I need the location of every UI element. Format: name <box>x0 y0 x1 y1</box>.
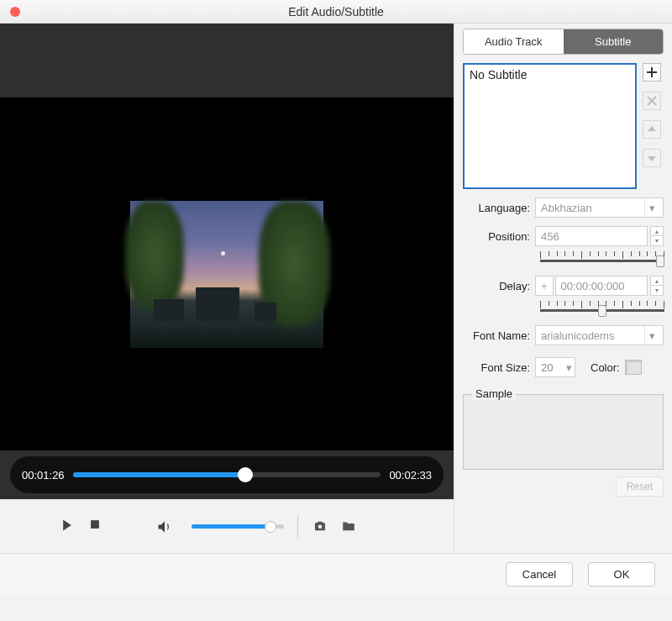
time-current: 00:01:26 <box>22 469 65 482</box>
video-frame <box>130 201 323 348</box>
svg-marker-3 <box>648 126 656 131</box>
sample-preview: Sample <box>463 394 664 470</box>
cancel-button[interactable]: Cancel <box>506 562 573 587</box>
play-icon[interactable] <box>60 518 77 535</box>
reset-button[interactable]: Reset <box>616 476 664 497</box>
subtitle-list[interactable]: No Subtitle <box>463 63 637 189</box>
open-folder-icon[interactable] <box>340 518 357 535</box>
svg-marker-4 <box>648 156 656 161</box>
delay-sign[interactable]: + <box>535 276 554 296</box>
position-stepper[interactable]: ▲▼ <box>650 226 664 246</box>
position-label: Position: <box>463 230 535 243</box>
subtitle-list-item[interactable]: No Subtitle <box>470 68 630 82</box>
language-select[interactable]: Abkhazian ▾ <box>535 197 664 218</box>
font-name-select[interactable]: arialunicodems ▾ <box>535 325 664 345</box>
language-label: Language: <box>463 202 535 214</box>
stop-icon[interactable] <box>89 518 106 535</box>
volume-slider[interactable] <box>192 524 284 529</box>
tab-bar: Audio Track Subtitle <box>463 29 664 55</box>
window-title-bar: Edit Audio/Subtitle <box>0 0 672 24</box>
chevron-down-icon: ▾ <box>644 326 659 345</box>
tab-audio-track[interactable]: Audio Track <box>464 29 564 54</box>
tab-subtitle[interactable]: Subtitle <box>564 29 664 54</box>
ok-button[interactable]: OK <box>588 562 655 587</box>
volume-icon[interactable] <box>156 518 173 535</box>
playback-scrubber[interactable]: 00:01:26 00:02:33 <box>10 456 444 493</box>
scrubber-thumb[interactable] <box>238 467 253 482</box>
font-name-label: Font Name: <box>463 329 535 342</box>
video-preview: 00:01:26 00:02:33 <box>0 24 454 499</box>
svg-rect-1 <box>91 520 99 529</box>
position-slider[interactable] <box>540 251 664 262</box>
remove-subtitle-button[interactable] <box>643 92 661 110</box>
chevron-down-icon: ▾ <box>644 198 659 217</box>
delay-label: Delay: <box>463 280 535 292</box>
window-title: Edit Audio/Subtitle <box>0 5 672 18</box>
svg-point-2 <box>318 524 323 529</box>
position-field[interactable]: 456 <box>535 226 648 246</box>
color-picker[interactable] <box>625 360 642 375</box>
delay-slider[interactable] <box>540 301 664 312</box>
chevron-down-icon: ▾ <box>566 361 572 374</box>
delay-stepper[interactable]: ▲▼ <box>650 276 664 296</box>
move-down-button[interactable] <box>643 149 661 167</box>
add-subtitle-button[interactable] <box>643 63 661 82</box>
move-up-button[interactable] <box>643 120 661 139</box>
time-duration: 00:02:33 <box>389 469 432 482</box>
font-size-select[interactable]: 20 ▾ <box>535 357 575 377</box>
sample-label: Sample <box>472 387 516 400</box>
snapshot-icon[interactable] <box>312 518 328 535</box>
font-size-label: Font Size: <box>463 361 535 374</box>
delay-field[interactable]: 00:00:00:000 <box>555 276 648 296</box>
svg-marker-0 <box>63 519 71 530</box>
color-label: Color: <box>591 361 620 374</box>
